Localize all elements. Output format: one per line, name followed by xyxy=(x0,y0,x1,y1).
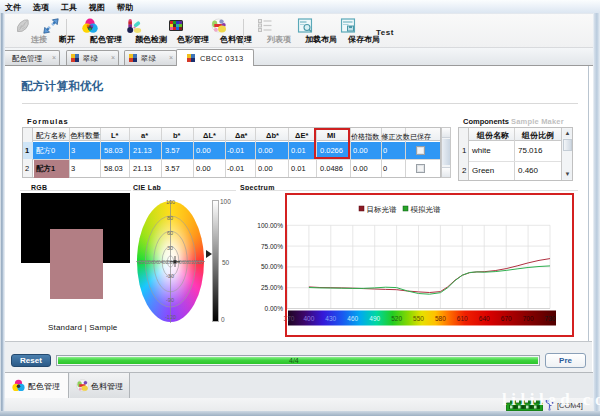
svg-text:75.00%: 75.00% xyxy=(261,243,283,250)
svg-text:100: 100 xyxy=(166,199,175,205)
svg-text:50.00%: 50.00% xyxy=(261,263,283,270)
svg-text:-120: -120 xyxy=(165,314,176,320)
svg-text:25.00%: 25.00% xyxy=(261,284,283,291)
svg-text:100.00%: 100.00% xyxy=(257,222,283,229)
svg-text:30: 30 xyxy=(167,245,173,251)
svg-text:-90: -90 xyxy=(166,297,174,303)
svg-text:-30: -30 xyxy=(166,273,174,279)
svg-text:-120-100-80-60-40-20 0 20 40 6: -120-100-80-60-40-20 0 20 40 60 80 10012… xyxy=(137,260,203,265)
svg-text:0.00%: 0.00% xyxy=(265,305,284,312)
svg-text:80: 80 xyxy=(167,215,173,221)
svg-text:60: 60 xyxy=(167,230,173,236)
